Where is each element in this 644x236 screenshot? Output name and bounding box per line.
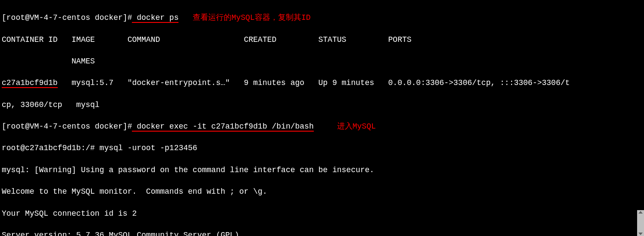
mysql-warning-line: mysql: [Warning] Using a password on the… [2,165,642,176]
shell-prompt-2: [root@VM-4-7-centos docker]# [2,122,132,131]
scroll-down-icon[interactable] [638,233,643,235]
scrollbar[interactable] [637,210,644,236]
container-prompt-mysql-cmd: root@c27a1bcf9d1b:/# mysql -uroot -p1234… [2,143,642,154]
table-header-1: CONTAINER ID IMAGE COMMAND CREATED STATU… [2,35,642,45]
scroll-up-icon[interactable] [638,211,643,214]
shell-prompt-1: [root@VM-4-7-centos docker]# [2,13,132,22]
mysql-welcome-line: Welcome to the MySQL monitor. Commands e… [2,186,642,197]
command-docker-ps: docker ps [132,13,178,23]
terminal-output[interactable]: [root@VM-4-7-centos docker]# docker ps 查… [2,2,642,236]
mysql-version-line: Server version: 5.7.36 MySQL Community S… [2,230,642,236]
container-id: c27a1bcf9d1b [2,79,58,88]
table-header-2: NAMES [2,56,642,67]
command-docker-exec: docker exec -it c27a1bcf9d1b /bin/bash [132,122,313,132]
annotation-check-mysql: 查看运行的MySQL容器，复制其ID [178,13,310,22]
mysql-conn-id-line: Your MySQL connection id is 2 [2,208,642,219]
table-row-line2: cp, 33060/tcp mysql [2,100,642,110]
annotation-enter-mysql: 进入MySQL [314,122,376,131]
table-row-rest: mysql:5.7 "docker-entrypoint.s…" 9 minut… [58,79,570,87]
